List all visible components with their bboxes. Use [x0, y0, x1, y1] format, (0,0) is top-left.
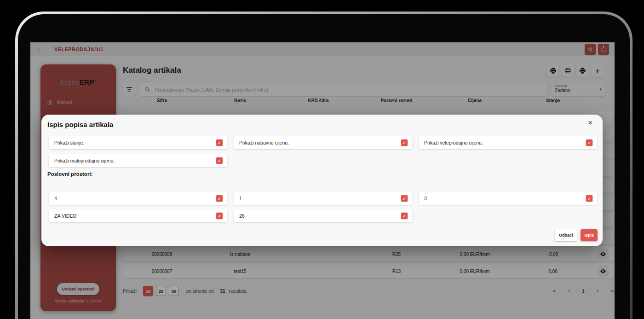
- premise-card[interactable]: 26 ✓: [234, 209, 412, 222]
- print-option-label: Prikaži maloprodajnu cijenu:: [54, 158, 216, 163]
- print-option-card[interactable]: Prikaži stanje: ✓: [49, 136, 227, 149]
- checkbox-checked[interactable]: ✓: [216, 157, 223, 164]
- business-premises-options: 4 ✓ 1 ✓ 3 ✓ ZA VIDEO ✓ 26 ✓: [49, 192, 599, 222]
- premise-label: 26: [239, 213, 401, 219]
- tablet-device: ← VELEPRODAJA/1/1 ⚙ ArgesERP™ Računi Dod…: [0, 0, 644, 319]
- premise-label: ZA VIDEO: [54, 213, 216, 219]
- checkbox-checked[interactable]: ✓: [586, 139, 592, 146]
- premise-label: 3: [424, 196, 586, 201]
- checkbox-checked[interactable]: ✓: [216, 195, 223, 202]
- print-option-label: Prikaži stanje:: [54, 140, 216, 145]
- business-premises-label: Poslovni prostori:: [47, 171, 92, 177]
- premise-label: 4: [54, 196, 216, 201]
- checkbox-checked[interactable]: ✓: [401, 213, 408, 219]
- premise-card[interactable]: 3 ✓: [419, 192, 597, 205]
- print-options: Prikaži stanje: ✓ Prikaži nabavnu cijenu…: [49, 136, 599, 167]
- print-option-card[interactable]: Prikaži maloprodajnu cijenu: ✓: [49, 154, 227, 167]
- dialog-title: Ispis popisa artikala: [47, 121, 113, 128]
- cancel-button[interactable]: Odbaci: [555, 229, 577, 241]
- app-screen: ← VELEPRODAJA/1/1 ⚙ ArgesERP™ Računi Dod…: [30, 42, 615, 319]
- checkbox-checked[interactable]: ✓: [401, 139, 408, 146]
- checkbox-checked[interactable]: ✓: [586, 195, 592, 202]
- checkbox-checked[interactable]: ✓: [216, 213, 223, 219]
- premise-card[interactable]: 4 ✓: [49, 192, 227, 205]
- dialog-actions: Odbaci Ispis: [555, 229, 598, 241]
- print-option-card[interactable]: Prikaži nabavnu cijenu: ✓: [234, 136, 412, 149]
- close-dialog-button[interactable]: ×: [588, 119, 592, 127]
- print-dialog: Ispis popisa artikala × Prikaži stanje: …: [41, 115, 603, 246]
- premise-label: 1: [239, 196, 401, 201]
- print-option-label: Prikaži veleprodajnu cijenu:: [424, 140, 586, 145]
- print-confirm-button[interactable]: Ispis: [581, 229, 598, 241]
- premise-card[interactable]: ZA VIDEO ✓: [49, 209, 227, 222]
- print-option-label: Prikaži nabavnu cijenu:: [239, 140, 401, 145]
- close-icon: ×: [588, 118, 592, 127]
- print-option-card[interactable]: Prikaži veleprodajnu cijenu: ✓: [419, 136, 597, 149]
- checkbox-checked[interactable]: ✓: [401, 195, 408, 202]
- checkbox-checked[interactable]: ✓: [216, 139, 223, 146]
- premise-card[interactable]: 1 ✓: [234, 192, 412, 205]
